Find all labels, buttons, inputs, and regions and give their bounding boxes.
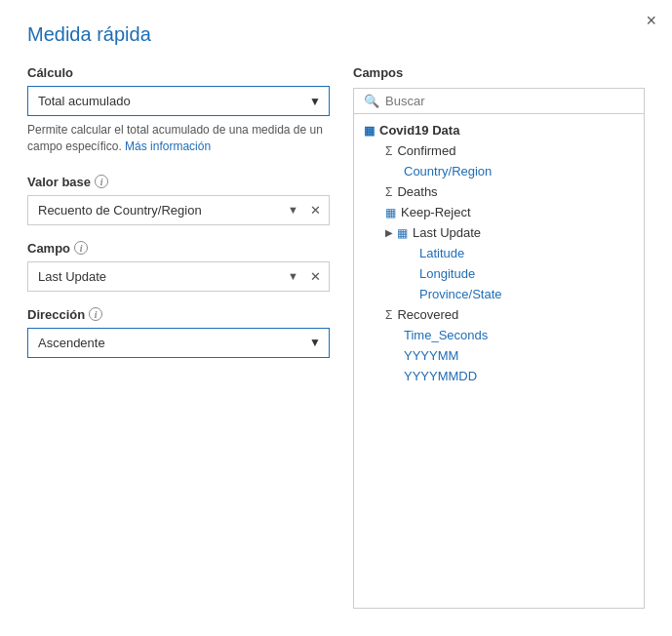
campos-label: Campos [353,65,645,80]
tree-item-last-update[interactable]: ▶ ▦ Last Update [354,222,644,243]
dialog-title: Medida rápida [27,23,645,46]
sigma-icon-deaths: Σ [385,185,392,199]
valor-base-select[interactable]: Recuento de Country/Region [28,196,284,224]
tree-item-keep-reject[interactable]: ▦ Keep-Reject [354,202,644,222]
calculo-label: Cálculo [27,65,330,80]
table-icon-keep-reject: ▦ [385,206,396,219]
direccion-select-wrapper[interactable]: AscendenteDescendente ▼ [27,328,330,358]
search-box[interactable]: 🔍 [353,88,645,114]
campo-info-icon: i [74,241,88,255]
campo-clear-button[interactable]: ✕ [302,270,329,283]
tree-item-yyyymmdd[interactable]: YYYYMMDD [354,366,644,386]
mas-informacion-link[interactable]: Más información [125,139,211,153]
valor-base-info-icon: i [95,175,108,188]
valor-base-arrow-icon: ▼ [284,204,302,216]
search-icon: 🔍 [364,94,379,108]
valor-base-clear-button[interactable]: ✕ [302,204,329,217]
calculo-select-wrapper[interactable]: Total acumulado ▼ [27,86,330,116]
right-panel: Campos 🔍 ▦ Covid19 Data Σ Confirmed [353,65,645,609]
campo-label: Campo i [27,241,330,256]
tree-item-country-region[interactable]: Country/Region [354,161,644,181]
calculo-select[interactable]: Total acumulado [28,87,329,115]
direccion-info-icon: i [89,307,102,321]
campo-arrow-icon: ▼ [284,270,302,282]
valor-base-select-wrapper[interactable]: Recuento de Country/Region ▼ ✕ [27,195,330,225]
direccion-select[interactable]: AscendenteDescendente [28,329,329,357]
close-button[interactable]: × [646,12,656,29]
left-panel: Cálculo Total acumulado ▼ Permite calcul… [27,65,330,609]
search-input[interactable] [385,94,634,108]
chevron-last-update: ▶ [385,227,393,238]
tree-item-yyyymm[interactable]: YYYYMM [354,345,644,366]
tree-item-latitude[interactable]: Latitude [354,243,644,263]
tree-item-province-state[interactable]: Province/State [354,284,644,304]
table-group-icon: ▦ [364,124,375,138]
medida-rapida-dialog: × Medida rápida Cálculo Total acumulado … [0,0,672,636]
campo-select[interactable]: Last Update [28,262,284,291]
tree-item-longitude[interactable]: Longitude [354,263,644,284]
sigma-icon-confirmed: Σ [385,144,392,158]
tree-item-recovered[interactable]: Σ Recovered [354,304,644,325]
table-icon-last-update: ▦ [397,226,408,240]
tree-container: ▦ Covid19 Data Σ Confirmed Country/Regio… [353,114,645,609]
sigma-icon-recovered: Σ [385,308,392,322]
calculo-info-text: Permite calcular el total acumulado de u… [27,122,330,155]
tree-item-deaths[interactable]: Σ Deaths [354,181,644,202]
campo-select-wrapper[interactable]: Last Update ▼ ✕ [27,261,330,292]
tree-item-time-seconds[interactable]: Time_Seconds [354,325,644,345]
tree-item-confirmed[interactable]: Σ Confirmed [354,140,644,161]
valor-base-label: Valor base i [27,175,330,189]
tree-group-covid19: ▦ Covid19 Data [354,120,644,140]
direccion-label: Dirección i [27,307,330,322]
dialog-body: Cálculo Total acumulado ▼ Permite calcul… [27,65,645,609]
